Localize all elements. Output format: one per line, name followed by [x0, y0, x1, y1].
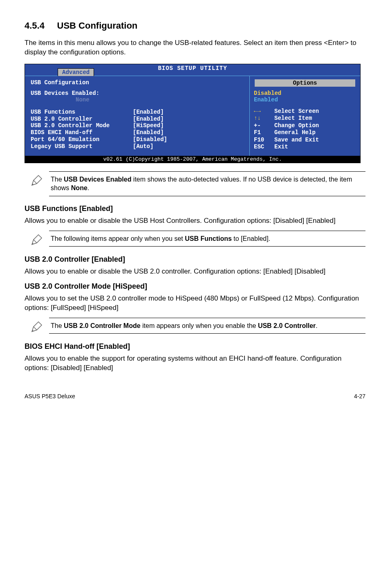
- note-bold: USB 2.0 Controller Mode: [64, 322, 141, 329]
- bios-row-value: [Enabled]: [133, 116, 164, 123]
- note-fragment: The following items appear only when you…: [51, 235, 185, 242]
- bios-help-text: Select Screen: [274, 108, 319, 115]
- note-bold: USB Functions: [185, 235, 232, 242]
- section-number: 4.5.4: [25, 20, 45, 31]
- bios-help-text: General Help: [274, 129, 316, 137]
- bios-footer: v02.61 (C)Copyright 1985-2007, American …: [25, 156, 360, 163]
- bios-help-text: Save and Exit: [274, 137, 319, 144]
- note-block: The following items appear only when you…: [25, 231, 365, 247]
- bios-help-text: Change Option: [274, 122, 319, 130]
- note-bold: USB Devices Enabled: [64, 176, 131, 183]
- note-fragment: to [Enabled].: [232, 235, 270, 242]
- bios-row-value: [Auto]: [133, 143, 153, 150]
- bios-row-value: [HiSpeed]: [133, 122, 164, 129]
- note-text: The USB Devices Enabled item shows the a…: [49, 171, 365, 196]
- bios-help-block: Select Screen Select Item +-Change Optio…: [254, 108, 356, 151]
- note-text: The following items appear only when you…: [49, 231, 365, 247]
- bios-row[interactable]: USB 2.0 Controller Mode [HiSpeed]: [31, 122, 244, 129]
- bios-help-text: Select Item: [274, 115, 312, 122]
- bios-help-key: +-: [254, 122, 274, 130]
- bios-devices-label: USB Devices Enabled:: [31, 90, 244, 97]
- section-heading: 4.5.4 USB Configuration: [25, 20, 365, 31]
- bios-title: BIOS SETUP UTILITY: [158, 65, 227, 72]
- bios-panel: BIOS SETUP UTILITY Advanced USB Configur…: [25, 64, 361, 163]
- bios-row-label: Port 64/60 Emulation: [31, 136, 133, 143]
- bios-row-value: [Enabled]: [133, 109, 164, 116]
- subhead-controller-mode: USB 2.0 Controller Mode [HiSpeed]: [25, 282, 365, 291]
- subhead-usb-functions: USB Functions [Enabled]: [25, 204, 365, 213]
- bios-row-value: [Enabled]: [133, 129, 164, 136]
- pencil-icon: [25, 231, 49, 247]
- bios-row-label: USB 2.0 Controller Mode: [31, 122, 133, 129]
- bios-tab-advanced[interactable]: Advanced: [58, 68, 94, 76]
- body-ehci: Allows you to enable the support for ope…: [25, 354, 365, 373]
- note-fragment: item appears only when you enable the: [141, 322, 258, 329]
- bios-row[interactable]: Legacy USB Support [Auto]: [31, 143, 244, 150]
- note-bold: None: [71, 184, 87, 191]
- arrows-up-down-icon: [254, 115, 274, 122]
- bios-row-label: Legacy USB Support: [31, 143, 133, 150]
- svg-line-4: [34, 240, 37, 243]
- bios-options-title: Options: [255, 79, 355, 87]
- svg-line-7: [34, 327, 37, 330]
- note-block: The USB 2.0 Controller Mode item appears…: [25, 318, 365, 334]
- subhead-ehci: BIOS EHCI Hand-off [Enabled]: [25, 342, 365, 351]
- bios-row-label: BIOS EHCI Hand-off: [31, 129, 133, 136]
- subhead-usb20-controller: USB 2.0 Controller [Enabled]: [25, 255, 365, 264]
- note-fragment: .: [316, 322, 317, 329]
- bios-help-key: F1: [254, 129, 274, 137]
- bios-titlebar: BIOS SETUP UTILITY Advanced: [25, 64, 360, 76]
- bios-help-text: Exit: [274, 144, 288, 151]
- bios-row[interactable]: BIOS EHCI Hand-off [Enabled]: [31, 129, 244, 136]
- note-fragment: The: [51, 176, 64, 183]
- footer-left: ASUS P5E3 Deluxe: [25, 393, 75, 399]
- pencil-icon: [25, 171, 49, 188]
- bios-right-pane: Options Disabled Enabled Select Screen S…: [250, 76, 360, 156]
- bios-help-key: ESC: [254, 144, 274, 151]
- bios-option-disabled[interactable]: Disabled: [254, 90, 356, 97]
- bios-row-value: [Disabled]: [133, 136, 167, 143]
- footer-right: 4-27: [354, 393, 365, 399]
- note-bold: USB 2.0 Controller: [258, 322, 316, 329]
- note-fragment: The: [51, 322, 64, 329]
- bios-devices-value: None: [76, 97, 244, 103]
- bios-left-pane: USB Configuration USB Devices Enabled: N…: [25, 76, 250, 156]
- svg-marker-6: [32, 322, 42, 332]
- bios-help-key: F10: [254, 137, 274, 144]
- bios-row[interactable]: USB Functions [Enabled]: [31, 109, 244, 116]
- page-footer: ASUS P5E3 Deluxe 4-27: [25, 393, 365, 399]
- intro-text: The items in this menu allows you to cha…: [25, 38, 365, 57]
- svg-marker-0: [32, 175, 42, 185]
- svg-line-1: [34, 180, 37, 184]
- bios-row-label: USB Functions: [31, 109, 133, 116]
- note-fragment: .: [87, 184, 89, 191]
- note-text: The USB 2.0 Controller Mode item appears…: [49, 318, 365, 334]
- body-usb-functions: Allows you to enable or disable the USB …: [25, 216, 365, 226]
- bios-row[interactable]: USB 2.0 Controller [Enabled]: [31, 116, 244, 123]
- arrows-left-right-icon: [254, 108, 274, 115]
- body-controller-mode: Allows you to set the USB 2.0 controller…: [25, 294, 365, 313]
- body-usb20-controller: Allows you to enable or disable the USB …: [25, 267, 365, 276]
- bios-row[interactable]: Port 64/60 Emulation [Disabled]: [31, 136, 244, 143]
- bios-config-heading: USB Configuration: [31, 79, 244, 86]
- bios-row-label: USB 2.0 Controller: [31, 116, 133, 123]
- svg-marker-3: [32, 235, 42, 245]
- section-title: USB Configuration: [57, 20, 138, 31]
- pencil-icon: [25, 318, 49, 334]
- bios-option-enabled[interactable]: Enabled: [254, 97, 356, 103]
- note-block: The USB Devices Enabled item shows the a…: [25, 171, 365, 196]
